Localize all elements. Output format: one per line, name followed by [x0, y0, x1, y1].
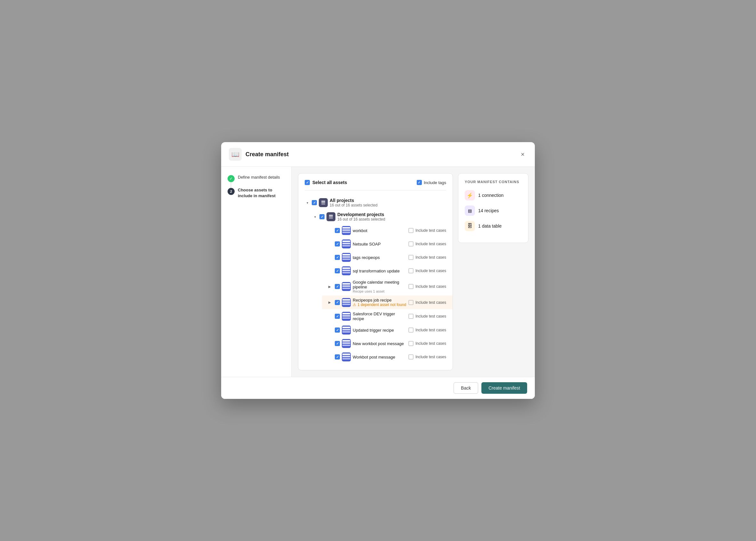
- workbot-test-checkbox[interactable]: Include test cases: [408, 228, 446, 233]
- dev-projects-chevron[interactable]: ▾: [312, 214, 317, 219]
- gcal-icon: [342, 282, 351, 291]
- svg-rect-0: [321, 201, 325, 202]
- recipeops-info: Recipeops job recipe ⚠ 1 dependent asset…: [353, 298, 407, 307]
- recipe-gcal-row: ▶ Google calendar meeting pipeline Recip…: [328, 277, 446, 295]
- svg-rect-20: [342, 288, 350, 289]
- tags-test-label: Include test cases: [415, 255, 446, 260]
- gcal-info: Google calendar meeting pipeline Recipe …: [353, 280, 407, 293]
- dev-projects-checkbox[interactable]: [319, 214, 325, 219]
- updated-checkbox[interactable]: [335, 327, 340, 332]
- recipes-icon: ▤: [465, 206, 475, 216]
- tags-test-checkbox[interactable]: Include test cases: [408, 255, 446, 260]
- svg-rect-15: [342, 268, 350, 269]
- svg-rect-31: [342, 342, 350, 344]
- workbot-test-label: Include test cases: [415, 228, 446, 233]
- svg-rect-3: [329, 215, 333, 216]
- gcal-sub: Recipe uses 1 asset: [353, 289, 407, 293]
- connection-text: 1 connection: [478, 193, 504, 198]
- dev-projects-row: ▾ Development projects 16 out of 16 ass: [312, 210, 446, 224]
- warning-text: 1 dependent asset not found: [357, 302, 406, 307]
- sidebar: ✓ Define manifest details 2 Choose asset…: [221, 167, 292, 377]
- tags-name: tags recipeops: [353, 255, 407, 260]
- svg-rect-14: [342, 259, 350, 260]
- svg-rect-28: [342, 329, 350, 330]
- sql-test-checkbox[interactable]: Include test cases: [408, 268, 446, 273]
- recipe-salesforce-row: Salesforce DEV trigger recipe Include te…: [328, 309, 446, 323]
- dev-projects-icon: [326, 212, 335, 221]
- svg-rect-24: [342, 313, 350, 314]
- updated-test-icon: [408, 327, 414, 332]
- svg-rect-7: [342, 230, 350, 231]
- newworkbot-checkbox[interactable]: [335, 341, 340, 346]
- tags-test-icon: [408, 255, 414, 260]
- include-tags-checkbox[interactable]: Include tags: [417, 180, 446, 185]
- all-projects-icon: [319, 198, 328, 207]
- asset-panel: Select all assets Include tags ▾: [298, 173, 453, 370]
- workbotpost-test-checkbox[interactable]: Include test cases: [408, 354, 446, 359]
- sql-test-icon: [408, 268, 414, 273]
- svg-rect-33: [342, 354, 350, 355]
- netsuite-test-label: Include test cases: [415, 242, 446, 246]
- summary-datatable: 🗄 1 data table: [465, 221, 522, 231]
- create-manifest-modal: 📖 Create manifest × ✓ Define manifest de…: [221, 142, 535, 399]
- svg-rect-26: [342, 317, 350, 319]
- recipeops-chevron[interactable]: ▶: [328, 300, 333, 304]
- tags-checkbox[interactable]: [335, 255, 340, 260]
- workbotpost-test-icon: [408, 354, 414, 359]
- all-projects-chevron[interactable]: ▾: [305, 200, 310, 205]
- svg-rect-13: [342, 257, 350, 258]
- tags-icon: [342, 253, 351, 262]
- sql-checkbox[interactable]: [335, 268, 340, 273]
- svg-rect-35: [342, 358, 350, 359]
- gcal-test-checkbox[interactable]: Include test cases: [408, 284, 446, 289]
- netsuite-test-checkbox[interactable]: Include test cases: [408, 242, 446, 247]
- warning-icon: ⚠: [353, 302, 356, 307]
- recipe-workbot-row: workbot Include test cases: [328, 224, 446, 237]
- create-manifest-button[interactable]: Create manifest: [481, 382, 527, 394]
- svg-rect-19: [342, 285, 350, 287]
- svg-rect-2: [321, 204, 325, 205]
- newworkbot-test-checkbox[interactable]: Include test cases: [408, 341, 446, 346]
- updated-name: Updated trigger recipe: [353, 328, 407, 332]
- sql-name: sql transformation update: [353, 269, 407, 273]
- svg-rect-11: [342, 245, 350, 247]
- svg-rect-21: [342, 299, 350, 300]
- recipes-text: 14 recipes: [478, 208, 499, 213]
- svg-rect-27: [342, 327, 350, 328]
- step-1: ✓ Define manifest details: [227, 175, 285, 182]
- svg-rect-17: [342, 272, 350, 273]
- newworkbot-test-label: Include test cases: [415, 341, 446, 346]
- close-button[interactable]: ×: [518, 150, 527, 160]
- workbotpost-checkbox[interactable]: [335, 354, 340, 359]
- gcal-test-icon: [408, 284, 414, 289]
- updated-test-label: Include test cases: [415, 328, 446, 332]
- recipeops-test-checkbox[interactable]: Include test cases: [408, 300, 446, 305]
- recipeops-test-label: Include test cases: [415, 300, 446, 305]
- workbotpost-icon: [342, 352, 351, 361]
- updated-test-checkbox[interactable]: Include test cases: [408, 327, 446, 332]
- select-all-checkbox[interactable]: Select all assets: [305, 180, 347, 185]
- recipe-tags-row: tags recipeops Include test cases: [328, 251, 446, 264]
- workbot-checkbox[interactable]: [335, 228, 340, 233]
- netsuite-checkbox[interactable]: [335, 242, 340, 247]
- netsuite-name: Netsuite SOAP: [353, 242, 407, 247]
- workbot-test-checkbox-icon: [408, 228, 414, 233]
- gcal-checkbox[interactable]: [335, 284, 340, 289]
- connection-icon: ⚡: [465, 190, 475, 201]
- svg-rect-23: [342, 303, 350, 305]
- back-button[interactable]: Back: [454, 382, 478, 394]
- include-tags-checkbox-icon: [417, 180, 422, 185]
- svg-rect-22: [342, 301, 350, 302]
- all-projects-checkbox[interactable]: [312, 200, 317, 205]
- salesforce-checkbox[interactable]: [335, 314, 340, 319]
- salesforce-test-icon: [408, 314, 414, 319]
- manifest-summary: YOUR MANIFEST CONTAINS ⚡ 1 connection ▤ …: [458, 173, 529, 243]
- svg-rect-1: [321, 202, 325, 203]
- netsuite-icon: [342, 240, 351, 249]
- svg-rect-18: [342, 283, 350, 284]
- recipeops-checkbox[interactable]: [335, 300, 340, 305]
- salesforce-test-checkbox[interactable]: Include test cases: [408, 314, 446, 319]
- select-all-row: Select all assets Include tags: [305, 180, 446, 191]
- gcal-chevron[interactable]: ▶: [328, 285, 333, 288]
- recipe-list: workbot Include test cases: [328, 224, 446, 364]
